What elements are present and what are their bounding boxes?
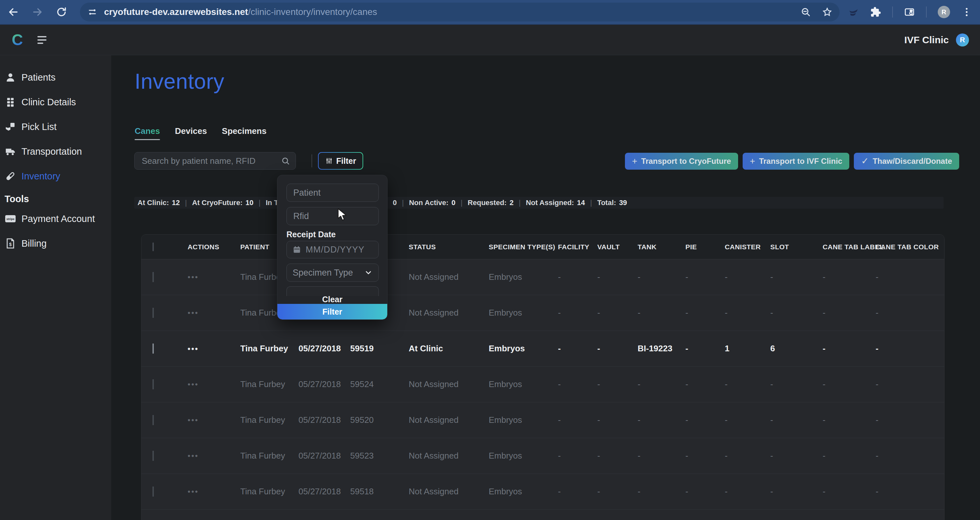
column-header-status: STATUS	[409, 243, 489, 251]
app-header: C IVF Clinic R	[0, 25, 980, 55]
reload-icon[interactable]	[56, 6, 67, 17]
row-actions-menu[interactable]: •••	[188, 416, 199, 425]
sidebar-item-clinic-details[interactable]: Clinic Details	[0, 90, 111, 114]
column-header-facility: FACILITY	[558, 243, 597, 251]
cell-specimens: Embryos	[489, 415, 558, 425]
cell-cane-tab-label: -	[822, 308, 876, 318]
table-row: •••Tina FurbeyNot AssignedEmbryos-------…	[142, 259, 944, 295]
cell-tank: -	[638, 487, 686, 496]
extensions-puzzle-icon[interactable]	[870, 6, 881, 17]
clinic-details-icon	[5, 96, 16, 108]
cell-pie: -	[686, 415, 725, 425]
cell-vault: -	[597, 308, 638, 318]
tab-devices[interactable]: Devices	[175, 126, 207, 140]
column-header-vault: VAULT	[597, 243, 638, 251]
row-actions-menu[interactable]: •••	[188, 309, 199, 317]
row-checkbox[interactable]	[153, 343, 154, 354]
filter-panel: Receipt Date MM/DD/YYYY Specimen Type Cl…	[277, 175, 388, 320]
browser-toolbar: cryofuture-dev.azurewebsites.net /clinic…	[0, 0, 980, 25]
row-checkbox[interactable]	[153, 379, 154, 390]
cell-facility: -	[558, 415, 597, 425]
filter-rfid-input[interactable]	[286, 207, 379, 225]
plus-icon: +	[750, 157, 755, 166]
canes-table-card: ACTIONSPATIENTRECEIPT DATERFIDSTATUSSPEC…	[141, 234, 945, 520]
sidebar-item-inventory[interactable]: Inventory	[0, 164, 111, 189]
filter-button[interactable]: Filter	[318, 152, 363, 170]
filter-patient-input[interactable]	[286, 184, 379, 202]
check-icon: ✓	[861, 157, 869, 166]
row-actions-menu[interactable]: •••	[188, 487, 199, 496]
sidebar-item-pick-list[interactable]: Pick List	[0, 114, 111, 139]
cell-slot: -	[770, 379, 822, 390]
sidebar-item-payment-account[interactable]: stripe Payment Account	[0, 207, 111, 231]
row-actions-menu[interactable]: •••	[188, 380, 199, 389]
cell-cane-tab-color: -	[876, 415, 944, 425]
back-icon[interactable]	[8, 6, 19, 17]
cell-specimens: Embryos	[489, 272, 558, 282]
row-actions-menu[interactable]: •••	[188, 273, 199, 281]
cell-rfid: 59523	[350, 451, 409, 461]
cell-tank: BI-19223	[638, 343, 686, 354]
cell-rfid: 59519	[350, 343, 409, 354]
row-checkbox[interactable]	[153, 272, 154, 282]
pick-list-icon	[5, 121, 16, 133]
url-bar[interactable]: cryofuture-dev.azurewebsites.net /clinic…	[80, 3, 840, 21]
search-icon[interactable]	[281, 156, 290, 165]
cell-cane-tab-color: -	[876, 451, 944, 461]
cell-receipt-date: 05/27/2018	[299, 343, 350, 354]
row-checkbox[interactable]	[153, 487, 154, 496]
cell-pie: -	[686, 308, 725, 318]
zoom-out-icon[interactable]	[800, 7, 811, 17]
cell-slot: -	[770, 272, 822, 282]
cell-vault: -	[597, 272, 638, 282]
apply-filter-button[interactable]: Filter	[277, 304, 387, 320]
cell-canister: -	[725, 415, 770, 425]
sidebar-search-icon[interactable]	[904, 6, 915, 17]
filter-specimen-type-select[interactable]: Specimen Type	[286, 264, 379, 282]
clear-filters-button[interactable]: Clear	[277, 295, 387, 304]
cell-status: At Clinic	[409, 343, 489, 354]
calendar-icon	[293, 245, 301, 254]
row-checkbox[interactable]	[153, 451, 154, 461]
row-checkbox[interactable]	[153, 308, 154, 318]
cell-canister: -	[725, 272, 770, 282]
tab-specimens[interactable]: Specimens	[222, 126, 266, 140]
transport-to-ivf-clinic-button[interactable]: + Transport to IVF Clinic	[743, 153, 849, 170]
cell-receipt-date: 05/27/2018	[299, 451, 350, 461]
search-input[interactable]	[134, 152, 296, 170]
cell-specimens: Embryos	[489, 451, 558, 461]
row-actions-menu[interactable]: •••	[188, 452, 199, 460]
bookmark-star-icon[interactable]	[822, 7, 832, 17]
site-settings-icon[interactable]	[87, 7, 97, 17]
cell-status: Not Assigned	[409, 415, 489, 425]
cell-canister: -	[725, 379, 770, 390]
cell-facility: -	[558, 343, 597, 354]
divider	[926, 6, 927, 17]
cell-status: Not Assigned	[409, 379, 489, 390]
column-header-actions: ACTIONS	[188, 243, 240, 251]
extension-wing-icon[interactable]	[848, 6, 859, 17]
cell-facility: -	[558, 487, 597, 496]
cell-cane-tab-label: -	[822, 415, 876, 425]
receipt-date-label: Receipt Date	[286, 230, 336, 239]
cell-tank: -	[638, 415, 686, 425]
sidebar-item-transportation[interactable]: Transportation	[0, 139, 111, 164]
user-avatar[interactable]: R	[956, 33, 969, 46]
stat-non-active: Non Active:0	[409, 199, 455, 207]
sidebar-item-patients[interactable]: Patients	[0, 65, 111, 90]
billing-icon: $	[5, 238, 16, 249]
cell-cane-tab-label: -	[822, 487, 876, 496]
kebab-menu-icon[interactable]	[961, 6, 972, 17]
row-actions-menu[interactable]: •••	[188, 344, 199, 353]
browser-profile-avatar[interactable]: R	[938, 6, 950, 18]
sidebar-item-billing[interactable]: $ Billing	[0, 231, 111, 256]
column-header-cane-tab-color: CANE TAB COLOR	[876, 243, 944, 251]
row-checkbox[interactable]	[153, 415, 154, 425]
hamburger-menu-icon[interactable]	[37, 36, 46, 44]
thaw-discard-donate-button[interactable]: ✓ Thaw/Discard/Donate	[854, 153, 959, 170]
select-all-checkbox[interactable]	[153, 242, 154, 251]
tab-canes[interactable]: Canes	[135, 126, 160, 140]
filter-receipt-date-input[interactable]: MM/DD/YYYY	[286, 241, 379, 258]
cell-facility: -	[558, 451, 597, 461]
transport-to-cryofuture-button[interactable]: + Transport to CryoFuture	[625, 153, 738, 170]
